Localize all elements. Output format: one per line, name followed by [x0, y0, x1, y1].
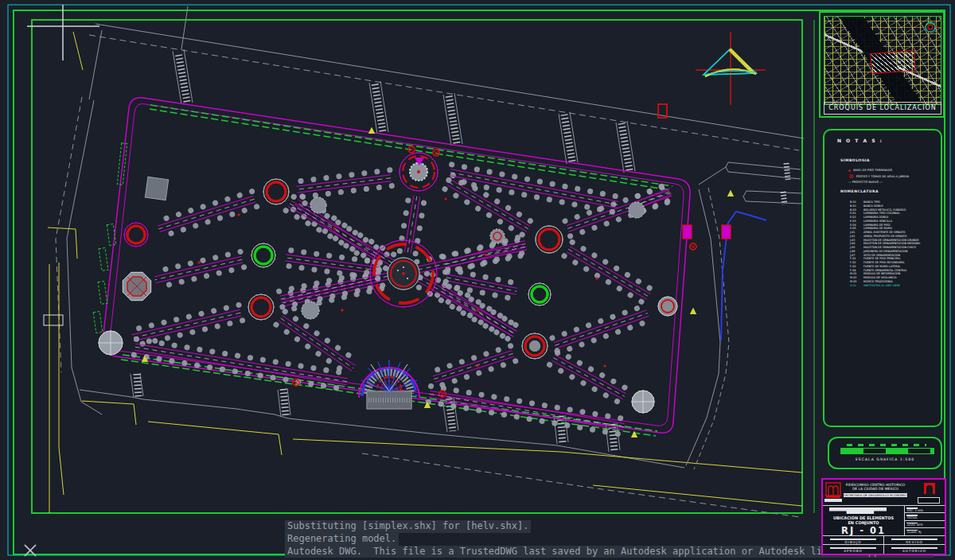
walkway [431, 346, 510, 371]
walkway [557, 351, 628, 390]
walkway [400, 195, 408, 251]
walkway [568, 249, 649, 297]
logo-caption-bar [824, 499, 842, 502]
site-hatch-polygon [870, 50, 916, 74]
plan-shape [82, 401, 136, 425]
plan-shape [380, 81, 388, 132]
outer-green-frame [14, 10, 945, 554]
plan-shape [722, 225, 731, 239]
plan-shape [107, 224, 116, 246]
plan-shape [477, 309, 479, 312]
walkway [156, 192, 251, 222]
plan-shape [93, 312, 103, 333]
plan-shape [333, 228, 336, 230]
walkway [161, 207, 256, 237]
plan-shape [181, 6, 188, 49]
plan-shape [434, 150, 439, 155]
walkway [447, 185, 527, 232]
scale-bar-fine [847, 444, 926, 446]
walkway [572, 243, 653, 290]
location-sketch-panel: CROQUIS DE LOCALIZACION [819, 11, 945, 118]
plan-shape [145, 177, 168, 200]
plan-shape [629, 202, 645, 218]
sig-dibujo: DIBUJO [823, 540, 883, 544]
plan-shape [362, 453, 800, 517]
plan-shape [532, 286, 548, 302]
plan-shape [403, 266, 404, 268]
walkway [153, 251, 240, 272]
simbologia-item: NIVEL DE PISO TERMINADO [848, 169, 892, 172]
plan-shape [44, 315, 63, 325]
plan-shape [127, 226, 145, 243]
walkway [157, 267, 244, 288]
walkway [135, 347, 347, 381]
plan-shape [368, 127, 375, 134]
location-map [824, 16, 941, 105]
walkway [281, 318, 354, 368]
level-marker-icon [848, 169, 851, 172]
plan-shape [445, 198, 447, 200]
plan-shape [402, 272, 405, 275]
simbologia-title: SIMBOLOGIA [840, 158, 870, 162]
plan-shape [417, 170, 420, 173]
plan-shape [539, 229, 559, 250]
walkway [154, 256, 242, 277]
plan-shape [255, 247, 272, 264]
graphic-scale-panel: ESCALA GRAFICA 1:500 [828, 437, 942, 469]
nomenclatura-row: A-01ANFITEATRO AL AIRE LIBRE [850, 284, 936, 288]
sig-reviso: REVISO [884, 540, 945, 544]
plan-shape [485, 254, 487, 256]
plan-shape [89, 30, 102, 99]
plan-shape [302, 301, 319, 319]
banner-shape [829, 508, 887, 514]
plan-shape [477, 365, 479, 368]
plan-shape [596, 278, 598, 280]
nomenclatura-title: NOMENCLATURA [840, 189, 879, 193]
walkway [296, 170, 390, 182]
gov-caption-bar [918, 497, 940, 504]
plan-shape [616, 122, 624, 173]
plan-shape [454, 93, 462, 144]
plan-shape [631, 431, 637, 438]
field-key: CLAVE: RJ [907, 531, 921, 534]
plan-shape [89, 35, 799, 150]
site-plan-canvas[interactable] [0, 0, 955, 560]
plan-shape [148, 422, 282, 455]
walkway [134, 316, 242, 341]
field-date: FECHA: [907, 516, 918, 519]
notes-panel: N O T A S : SIMBOLOGIA NIVEL DE PISO TER… [823, 129, 942, 427]
walkway [567, 252, 647, 300]
walkway [294, 204, 380, 263]
walkway [131, 305, 239, 330]
compass-icon [922, 19, 938, 35]
sig-aprobo: APROBO [823, 549, 883, 553]
walkway [156, 262, 244, 283]
simbologia-item: — PROYECTO NUEVO — [848, 181, 883, 184]
plan-shape [267, 182, 286, 201]
field-units: ACOT: MTS [907, 523, 922, 527]
plan-shape [56, 97, 82, 372]
walkway [450, 180, 530, 227]
plan-shape [683, 225, 692, 239]
plan-shape [407, 278, 408, 279]
title-block-header: FIDEICOMISO CENTRO HISTORICO DE LA CIUDA… [823, 480, 945, 506]
plan-shape [283, 389, 286, 416]
signature-cells: DIBUJO REVISO APROBO AUTORIZO [823, 535, 945, 554]
autocad-viewport: Substituting [simplex.shx] for [helv.shx… [0, 0, 955, 560]
plan-shape [73, 32, 83, 70]
plan-shape [560, 416, 563, 443]
target-symbol-icon: ⊗ [848, 174, 854, 179]
plan-shape [341, 309, 344, 312]
plan-shape [727, 190, 734, 196]
plan-shape [67, 100, 102, 414]
plan-shape [198, 262, 201, 264]
plan-shape [96, 24, 804, 138]
plan-shape [99, 248, 108, 271]
plan-shape [48, 228, 77, 259]
walkway [433, 351, 512, 376]
walkway [160, 202, 255, 232]
location-sketch-title: CROQUIS DE LOCALIZACION [824, 102, 941, 115]
field-scale: ESC: 1:500 [907, 509, 923, 512]
plan-shape [59, 262, 64, 495]
notes-title: N O T A S : [837, 138, 883, 143]
